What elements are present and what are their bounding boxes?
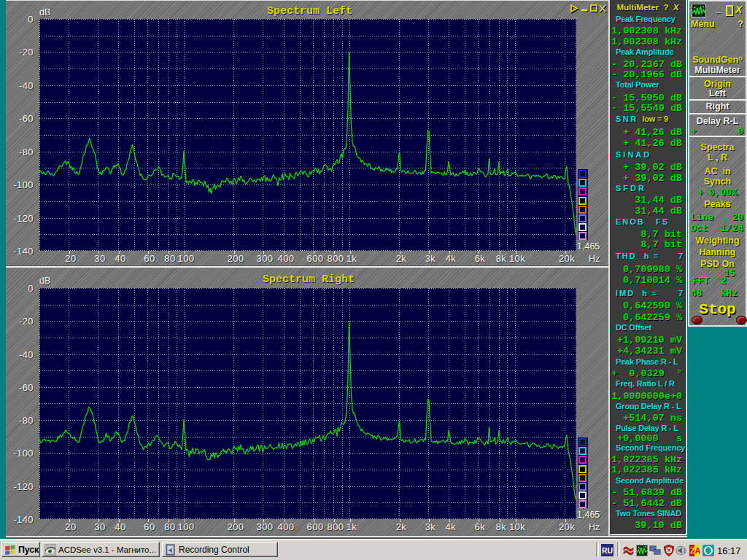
svg-text:A: A bbox=[695, 546, 700, 555]
